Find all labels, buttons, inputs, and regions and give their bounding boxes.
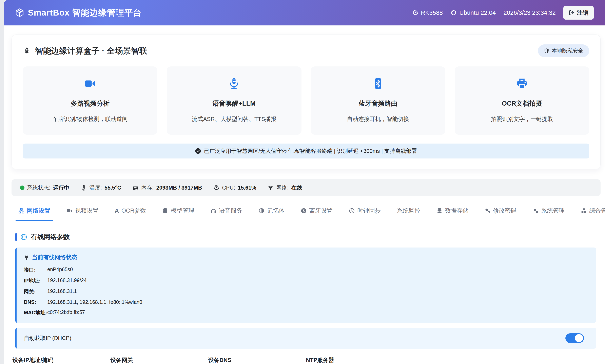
- logout-button[interactable]: 注销: [563, 6, 594, 20]
- tab-ocr-params[interactable]: A OCR参数: [112, 203, 149, 221]
- ubuntu-icon: [450, 10, 457, 16]
- dhcp-toggle-row: 自动获取IP (DHCP): [15, 328, 596, 349]
- section-title: 有线网络参数: [31, 233, 70, 241]
- status-value: 55.5°C: [105, 185, 121, 191]
- logout-label: 注销: [577, 9, 588, 17]
- cpu-icon: [213, 185, 219, 191]
- logout-icon: [569, 10, 574, 15]
- shield-icon: [544, 48, 549, 53]
- wired-network-status-panel: 当前有线网络状态 接口: enP4p65s0 IP地址: 192.168.31.…: [15, 247, 596, 323]
- status-item-cpu: CPU: 15.61%: [213, 185, 256, 191]
- tab-data-storage[interactable]: 数据存储: [434, 203, 471, 221]
- status-item-temperature: 温度: 55.5°C: [81, 184, 121, 191]
- tab-voice-service[interactable]: 语音服务: [208, 203, 245, 221]
- feature-desc: 拍照识别文字，一键提取: [460, 115, 584, 123]
- panel-title-row: 当前有线网络状态: [24, 254, 588, 261]
- field-device-gateway: 设备网关: [110, 356, 205, 364]
- status-label: 温度:: [90, 184, 102, 191]
- tab-system-management[interactable]: 系统管理: [530, 203, 567, 221]
- hero-title-row: 智能边缘计算盒子 · 全场景智联: [23, 45, 147, 56]
- dhcp-toggle[interactable]: [565, 333, 584, 343]
- feature-cards: 多路视频分析 车牌识别/物体检测，联动道闸 语音唤醒+LLM 流式ASR、大模型…: [23, 66, 589, 135]
- gears-icon: [533, 208, 539, 214]
- key-icon: [484, 208, 491, 214]
- video-camera-icon: [83, 77, 97, 90]
- feature-title: OCR文档拍摄: [460, 99, 584, 108]
- feature-desc: 车牌识别/物体检测，联动道闸: [28, 115, 152, 123]
- plug-icon: [24, 255, 29, 260]
- tab-general-management[interactable]: 综合管理: [578, 203, 605, 221]
- cubes-icon: [581, 208, 587, 214]
- tab-system-monitor[interactable]: 系统监控: [394, 203, 423, 221]
- wifi-icon: [268, 185, 274, 191]
- status-label: 网络:: [276, 184, 289, 191]
- datetime-text: 2026/3/23 23:34:32: [503, 9, 556, 16]
- panel-title: 当前有线网络状态: [32, 254, 77, 261]
- chip-model: RK3588: [421, 9, 443, 16]
- status-item-network: 网络: 在线: [268, 184, 302, 191]
- main-tab-bar: 网络设置 视频设置 A OCR参数 模型管理 语音服务 记忆体 蓝牙设置 时钟同: [12, 203, 601, 221]
- field-device-dns: 设备DNS: [208, 356, 303, 364]
- thermometer-icon: [81, 185, 87, 191]
- feature-title: 语音唤醒+LLM: [172, 99, 296, 108]
- app-header: SmartBox 智能边缘管理平台 RK3588 Ubuntu 22.04 20…: [4, 0, 605, 26]
- status-value: 运行中: [53, 184, 69, 191]
- sitemap-icon: [18, 208, 25, 214]
- headset-icon: [210, 208, 216, 214]
- tab-bluetooth-settings[interactable]: 蓝牙设置: [298, 203, 336, 221]
- os-info: Ubuntu 22.04: [450, 9, 496, 16]
- dhcp-label: 自动获取IP (DHCP): [24, 335, 71, 342]
- tab-model-management[interactable]: 模型管理: [160, 203, 197, 221]
- privacy-badge-label: 本地隐私安全: [552, 47, 583, 54]
- chip-info: RK3588: [412, 9, 443, 16]
- app-window: SmartBox 智能边缘管理平台 RK3588 Ubuntu 22.04 20…: [4, 0, 605, 364]
- clock-icon: [349, 208, 355, 214]
- feature-card-video: 多路视频分析 车牌识别/物体检测，联动道闸: [23, 66, 157, 135]
- hero-title: 智能边缘计算盒子 · 全场景智联: [35, 45, 147, 56]
- feature-title: 蓝牙音频路由: [316, 99, 440, 108]
- font-icon: A: [115, 208, 119, 214]
- feature-title: 多路视频分析: [28, 99, 152, 108]
- field-ntp-server: NTP服务器: [306, 356, 401, 364]
- status-item-system: 系统状态: 运行中: [20, 184, 69, 191]
- privacy-badge: 本地隐私安全: [538, 44, 589, 57]
- status-value: 15.61%: [238, 185, 256, 191]
- tab-change-password[interactable]: 修改密码: [482, 203, 519, 221]
- status-label: 内存:: [141, 184, 154, 191]
- net-row-mac: MAC地址: c0:74:2b:fb:fb:57: [24, 309, 588, 316]
- database-icon: [436, 208, 443, 214]
- accent-bar: [15, 233, 17, 241]
- tab-video-settings[interactable]: 视频设置: [64, 203, 101, 221]
- network-form: 设备IP地址/掩码 设备网关 设备DNS NTP服务器: [13, 356, 596, 364]
- status-value: 2093MB / 3917MB: [156, 185, 202, 191]
- rocket-icon: [23, 47, 31, 55]
- datetime: 2026/3/23 23:34:32: [503, 9, 556, 16]
- microphone-icon: [227, 77, 241, 90]
- hero-banner: 已广泛应用于智慧园区/无人值守停车场/智能客服终端 | 识别延迟 <300ms …: [23, 143, 589, 158]
- feature-card-voice: 语音唤醒+LLM 流式ASR、大模型问答、TTS播报: [167, 66, 301, 135]
- system-status-bar: 系统状态: 运行中 温度: 55.5°C 内存: 2093MB / 3917MB…: [12, 179, 601, 196]
- green-dot: [20, 185, 25, 190]
- tab-memory[interactable]: 记忆体: [255, 203, 287, 221]
- feature-desc: 自动连接耳机，智能切换: [316, 115, 440, 123]
- net-row-interface: 接口: enP4p65s0: [24, 266, 588, 273]
- feature-card-ocr: OCR文档拍摄 拍照识别文字，一键提取: [455, 66, 589, 135]
- globe-icon: [20, 234, 27, 240]
- os-version: Ubuntu 22.04: [459, 9, 496, 16]
- status-value: 在线: [291, 184, 302, 191]
- network-info-list: 接口: enP4p65s0 IP地址: 192.168.31.99/24 网关:…: [24, 266, 588, 316]
- status-item-memory: 内存: 2093MB / 3917MB: [133, 184, 202, 191]
- field-device-ip: 设备IP地址/掩码: [13, 356, 107, 364]
- app-title: SmartBox 智能边缘管理平台: [28, 7, 142, 18]
- net-row-dns: DNS: 192.168.31.1, 192.168.1.1, fe80::1%…: [24, 299, 588, 305]
- ram-icon: [133, 185, 139, 191]
- tab-network-settings[interactable]: 网络设置: [15, 203, 53, 221]
- video-camera-icon: [67, 208, 73, 214]
- status-label: CPU:: [222, 185, 235, 191]
- half-circle-icon: [258, 208, 265, 214]
- tab-clock-sync[interactable]: 时钟同步: [346, 203, 384, 221]
- feature-card-bluetooth: 蓝牙音频路由 自动连接耳机，智能切换: [311, 66, 445, 135]
- network-settings-panel: 有线网络参数 当前有线网络状态 接口: enP4p65s0 IP地址: 192.…: [4, 221, 605, 364]
- bluetooth-icon: [301, 208, 307, 214]
- feature-desc: 流式ASR、大模型问答、TTS播报: [172, 115, 296, 123]
